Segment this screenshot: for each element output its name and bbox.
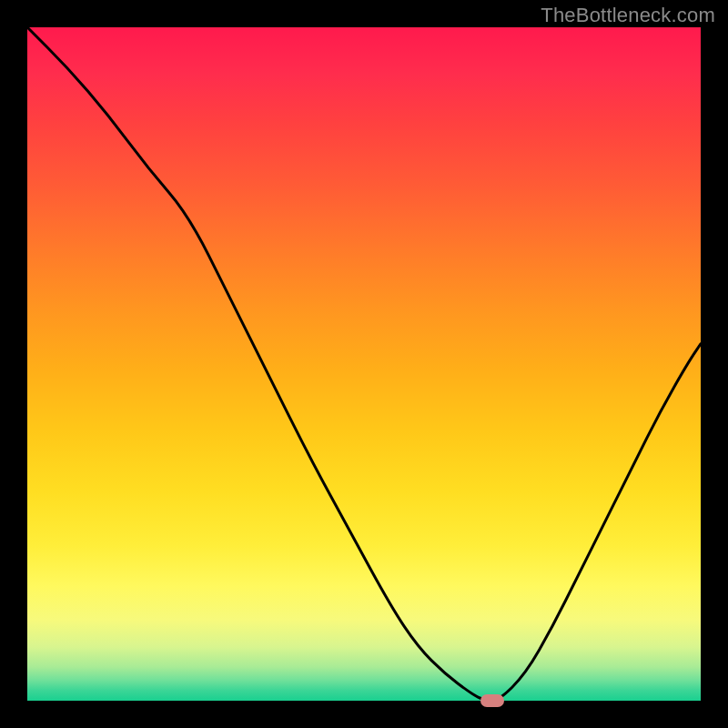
curve-svg: [27, 27, 701, 701]
plot-area: [27, 27, 701, 701]
bottleneck-curve: [27, 27, 701, 701]
optimal-marker: [480, 694, 504, 707]
watermark-label: TheBottleneck.com: [541, 4, 715, 27]
chart-frame: TheBottleneck.com: [0, 0, 728, 728]
